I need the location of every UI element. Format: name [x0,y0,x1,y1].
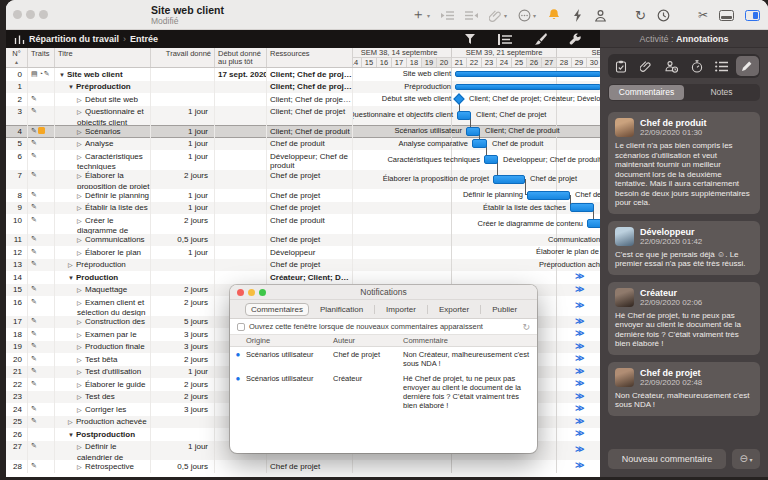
gantt-bar[interactable] [527,191,570,200]
expand-icon[interactable]: ▷ [77,172,85,182]
gantt-bar[interactable] [472,139,487,148]
col-header-work[interactable]: Travail donné [151,48,215,67]
offscreen-task-chevron-icon[interactable]: ≫ [575,367,584,377]
task-title[interactable]: ▼Postproduction [55,428,151,441]
offscreen-task-chevron-icon[interactable]: ≫ [575,392,584,402]
task-title[interactable]: ▷Analyse comparative [55,138,151,151]
table-row[interactable]: 12✎▷Élaborer le plan de site1 jourDévelo… [6,246,600,259]
task-start[interactable] [215,259,267,272]
table-row[interactable]: 13✎▷Préproduction achevéeChef de projetP… [6,259,600,272]
breadcrumb-page[interactable]: Entrée [130,34,158,44]
task-title[interactable]: ▷Scénarios utilisateur [55,125,151,138]
task-work[interactable]: 2 jours [151,170,215,190]
comment-card[interactable]: Chef de projet22/09/2020 02:48Non Créate… [608,362,760,416]
pencil-icon[interactable]: ✎ [31,203,37,211]
task-work[interactable]: 5 jours [151,316,215,329]
task-title[interactable]: ▼Site web client [55,68,151,81]
task-start[interactable] [215,150,267,170]
close-window-button[interactable] [13,10,22,19]
task-work[interactable]: 1 jour [151,150,215,170]
task-work[interactable]: 1 jour [151,189,215,202]
notifications-window[interactable]: Notifications CommentairesPlanificationI… [230,285,537,453]
offscreen-task-chevron-icon[interactable]: ≫ [575,446,584,456]
task-work[interactable]: 2 jours [151,296,215,316]
task-work[interactable] [151,428,215,441]
offscreen-task-chevron-icon[interactable]: ≫ [575,330,584,340]
gantt-bar[interactable] [484,155,498,164]
task-work[interactable]: 2 jours [151,378,215,391]
task-resources[interactable]: Client; Chef de proje… [267,93,353,106]
task-work[interactable] [151,81,215,94]
table-row[interactable]: 6✎▷Caractéristiques techniques1 jourDéve… [6,150,600,170]
pencil-icon[interactable]: ✎ [31,216,37,224]
pencil-icon[interactable]: ✎ [31,417,37,425]
table-row[interactable]: 0▤◔✎▼Site web client17 sept. 2020Client;… [6,68,600,81]
task-resources[interactable]: Chef de projet [267,189,353,202]
indent-icon[interactable] [441,10,454,21]
pencil-icon[interactable]: ✎ [31,442,37,450]
task-title[interactable]: ▷Caractéristiques techniques [55,150,151,170]
expand-icon[interactable]: ▷ [68,418,76,428]
task-work[interactable]: 3 jours [151,403,215,416]
pencil-icon[interactable]: ✎ [31,248,37,256]
clipboard-check-icon[interactable] [609,56,632,76]
task-title[interactable]: ▷Définir le calendrier de maintenance [55,441,151,461]
task-title[interactable]: ▷Élaborer la proposition de projet [55,170,151,190]
table-row[interactable]: 7✎▷Élaborer la proposition de projet2 jo… [6,170,600,190]
task-resources[interactable]: Client; Chef de projet [267,106,353,126]
task-resources[interactable]: Chef de produit [267,214,353,234]
task-resources[interactable]: Chef de projet [267,202,353,215]
task-work[interactable] [151,259,215,272]
notif-close-button[interactable] [237,289,244,296]
expand-icon[interactable]: ▷ [77,406,85,416]
task-resources[interactable]: Client; Chef de produit [267,125,353,138]
pencil-icon[interactable]: ✎ [31,405,37,413]
task-title[interactable]: ▼Production [55,271,151,284]
task-resources[interactable]: Client; Chef de proj… [267,68,353,81]
offscreen-task-chevron-icon[interactable]: ≫ [575,317,584,327]
expand-icon[interactable]: ▷ [77,96,85,106]
gantt-bar[interactable] [457,111,471,120]
task-resources[interactable]: Chef de projet [267,259,353,272]
pencil-icon[interactable]: ✎ [31,380,37,388]
col-header-resources[interactable]: Ressources [267,48,353,67]
sync-icon[interactable]: ↻ [635,8,646,23]
expand-icon[interactable]: ▷ [77,286,85,296]
resources-person-icon[interactable] [594,9,607,22]
task-resources[interactable]: Développeur [267,246,353,259]
task-title[interactable]: ▷Élaborer le guide de style [55,378,151,391]
task-work[interactable]: 3 jours [151,328,215,341]
task-work[interactable]: 1 jour [151,246,215,259]
task-start[interactable] [215,81,267,94]
tab-commentaires[interactable]: Commentaires [609,85,684,100]
task-work[interactable]: 2 jours [151,353,215,366]
breadcrumb-view[interactable]: Répartition du travail [29,34,119,44]
expand-icon[interactable]: ▷ [77,393,85,403]
task-title[interactable]: ▷Définir le planning [55,189,151,202]
task-work[interactable]: 3 jours [151,341,215,354]
expand-icon[interactable]: ▷ [77,343,85,353]
task-start[interactable] [215,271,267,284]
pencil-icon[interactable]: ✎ [31,367,37,375]
tab-notes[interactable]: Notes [684,85,759,100]
task-title[interactable]: ▷Corriger les bogues [55,403,151,416]
task-title[interactable]: ▷Test des navigateurs [55,391,151,404]
gantt-bar[interactable] [466,127,480,136]
table-row[interactable]: 1▼PréproductionClient; Chef de proj…Prép… [6,81,600,94]
panel-bottom-toggle[interactable] [719,10,734,21]
task-work[interactable]: 0,5 jours [151,234,215,247]
offscreen-task-chevron-icon[interactable]: ≫ [575,273,584,283]
task-work[interactable] [151,93,215,106]
expand-icon[interactable]: ▷ [77,356,85,366]
zoom-window-button[interactable] [39,10,48,19]
table-row[interactable]: 8✎▷Définir le planning1 jourChef de proj… [6,189,600,202]
expand-icon[interactable]: ▷ [77,128,85,138]
task-work[interactable] [151,271,215,284]
task-work[interactable] [151,416,215,429]
task-work[interactable]: 1 jour [151,366,215,379]
wrench-icon[interactable] [569,33,582,46]
notif-col-commentaire[interactable]: Commentaire [403,335,537,346]
expand-icon[interactable]: ▷ [77,331,85,341]
task-title[interactable]: ▷Créer le diagramme de contenu [55,214,151,234]
task-work[interactable]: 2 jours [151,284,215,297]
